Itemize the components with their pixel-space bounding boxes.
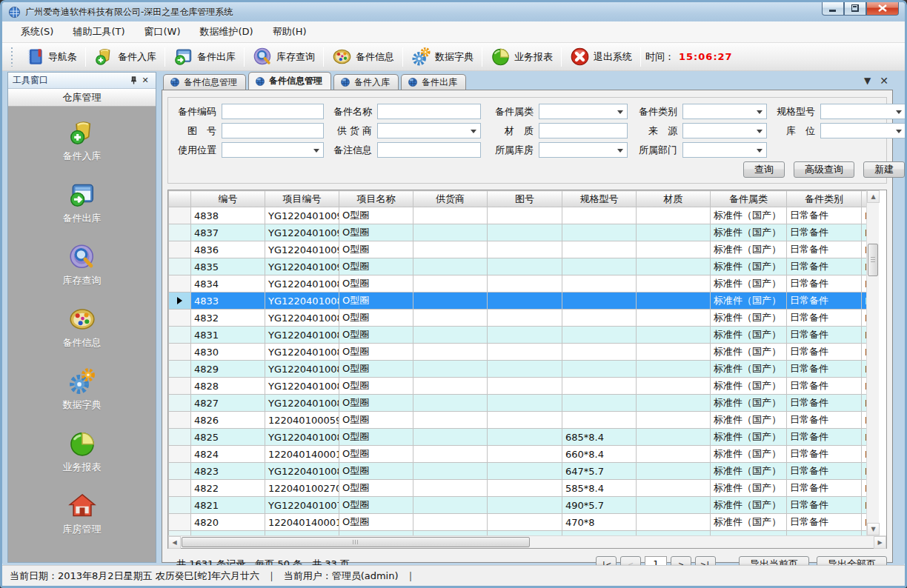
table-cell[interactable]: O型圈: [339, 480, 413, 497]
table-cell[interactable]: 标准件（国产）: [711, 241, 787, 258]
tab-close-icon[interactable]: ✕: [880, 76, 888, 86]
table-row[interactable]: 4838YG12204010093O型圈标准件（国产）日常备件M: [169, 207, 867, 224]
table-cell[interactable]: [488, 293, 562, 310]
table-cell[interactable]: [413, 378, 488, 395]
table-cell[interactable]: [562, 258, 637, 275]
sidebar-item-data-dictionary[interactable]: 数据字典: [8, 364, 156, 415]
table-cell[interactable]: [637, 310, 711, 327]
row-selector[interactable]: [169, 412, 191, 429]
sidebar-item-stock-out[interactable]: 备件出库: [8, 178, 156, 228]
table-cell[interactable]: O型圈: [339, 463, 413, 480]
table-cell[interactable]: YG12204010088: [265, 293, 339, 310]
maximize-button[interactable]: [844, 1, 866, 16]
table-cell[interactable]: [562, 395, 637, 412]
table-cell[interactable]: 日常备件: [787, 327, 862, 344]
table-cell[interactable]: 4826: [191, 412, 265, 429]
table-cell[interactable]: [413, 258, 488, 275]
table-cell[interactable]: [488, 224, 562, 241]
table-row[interactable]: 4832YG12204010087O型圈标准件（国产）日常备件M: [169, 310, 867, 327]
table-cell[interactable]: YG12204010084: [265, 361, 339, 378]
table-cell[interactable]: [488, 310, 562, 327]
table-cell[interactable]: 日常备件: [787, 463, 862, 480]
field-location-select[interactable]: [820, 123, 906, 138]
table-cell[interactable]: 标准件（国产）: [711, 344, 787, 361]
row-selector[interactable]: [169, 293, 191, 310]
table-cell[interactable]: 4830: [191, 344, 265, 361]
field-part-name-input[interactable]: [377, 104, 481, 119]
toolbar-button-stock-out[interactable]: 备件出库: [167, 44, 242, 69]
sidebar-section-title[interactable]: 仓库管理: [8, 89, 156, 107]
table-cell[interactable]: O型圈: [339, 258, 413, 275]
table-cell[interactable]: 日常备件: [787, 497, 862, 514]
row-selector[interactable]: [169, 310, 191, 327]
table-cell[interactable]: [488, 497, 562, 514]
new-button[interactable]: 新建: [863, 161, 905, 178]
table-cell[interactable]: [637, 395, 711, 412]
table-row[interactable]: 4823YG12204010080O型圈647*5.7标准件（国产）日常备件PC: [169, 463, 867, 480]
table-cell[interactable]: 4831: [191, 327, 265, 344]
field-part-code-input[interactable]: [222, 104, 324, 119]
table-cell[interactable]: 4827: [191, 395, 265, 412]
table-cell[interactable]: 日常备件: [787, 241, 862, 258]
table-cell[interactable]: [637, 480, 711, 497]
table-cell[interactable]: [637, 514, 711, 531]
table-cell[interactable]: 日常备件: [787, 310, 862, 327]
table-cell[interactable]: [637, 497, 711, 514]
row-selector[interactable]: [169, 429, 191, 446]
table-cell[interactable]: O型圈: [339, 395, 413, 412]
table-cell[interactable]: YG12204010093: [265, 207, 339, 224]
table-cell[interactable]: 标准件（国产）: [711, 446, 787, 463]
table-cell[interactable]: [637, 378, 711, 395]
table-cell[interactable]: [488, 412, 562, 429]
table-cell[interactable]: 685*8.4: [562, 429, 637, 446]
table-row[interactable]: 48221220401002700O型圈585*8.4标准件（国产）日常备件PC: [169, 480, 867, 497]
row-selector[interactable]: [169, 463, 191, 480]
table-cell[interactable]: O型圈: [339, 241, 413, 258]
sidebar-item-warehouse[interactable]: 库房管理: [8, 489, 156, 539]
scroll-down-icon[interactable]: ▼: [867, 523, 880, 535]
table-cell[interactable]: 647*5.7: [562, 463, 637, 480]
table-cell[interactable]: 4829: [191, 361, 265, 378]
table-cell[interactable]: YG12204010089: [265, 275, 339, 293]
table-cell[interactable]: [637, 344, 711, 361]
toolbar-button-parts-info[interactable]: 备件信息: [325, 44, 401, 69]
table-cell[interactable]: 4822: [191, 480, 265, 497]
table-cell[interactable]: 标准件（国产）: [711, 224, 787, 241]
table-cell[interactable]: YG12204010090: [265, 258, 339, 275]
table-cell[interactable]: 4828: [191, 378, 265, 395]
query-button[interactable]: 查询: [743, 161, 785, 178]
horizontal-scrollbar[interactable]: ◀ ▶: [168, 535, 886, 548]
table-cell[interactable]: 1220401000599: [265, 412, 339, 429]
table-cell[interactable]: 585*8.4: [562, 480, 637, 497]
table-cell[interactable]: [488, 378, 562, 395]
table-cell[interactable]: YG12204010092: [265, 224, 339, 241]
toolbar-button-business-report[interactable]: 业务报表: [484, 44, 559, 69]
field-supplier-select[interactable]: [377, 123, 481, 138]
table-cell[interactable]: 标准件（国产）: [711, 293, 787, 310]
row-selector[interactable]: [169, 241, 191, 258]
row-selector[interactable]: [169, 446, 191, 463]
table-cell[interactable]: [413, 310, 488, 327]
table-cell[interactable]: [637, 361, 711, 378]
table-cell[interactable]: 4821: [191, 497, 265, 514]
table-cell[interactable]: [413, 327, 488, 344]
table-cell[interactable]: [413, 344, 488, 361]
table-cell[interactable]: [488, 480, 562, 497]
table-row[interactable]: 4834YG12204010089O型圈标准件（国产）日常备件M: [169, 275, 867, 293]
table-cell[interactable]: O型圈: [339, 224, 413, 241]
column-header-3[interactable]: 供货商: [413, 191, 488, 207]
table-cell[interactable]: [562, 361, 637, 378]
table-cell[interactable]: 4838: [191, 207, 265, 224]
table-row[interactable]: 4828YG12204010083O型圈标准件（国产）日常备件M: [169, 378, 867, 395]
table-cell[interactable]: O型圈: [339, 378, 413, 395]
hscroll-thumb[interactable]: [182, 537, 530, 547]
advanced-query-button[interactable]: 高级查询: [794, 161, 854, 178]
table-cell[interactable]: [562, 224, 637, 241]
table-cell[interactable]: 标准件（国产）: [711, 207, 787, 224]
toolbar-button-navbar[interactable]: 导航条: [18, 44, 84, 69]
row-selector[interactable]: [169, 344, 191, 361]
table-cell[interactable]: [637, 429, 711, 446]
field-source-select[interactable]: [682, 123, 767, 138]
table-row[interactable]: 4825YG12204010081O型圈685*8.4标准件（国产）日常备件PC: [169, 429, 867, 446]
table-cell[interactable]: O型圈: [339, 327, 413, 344]
